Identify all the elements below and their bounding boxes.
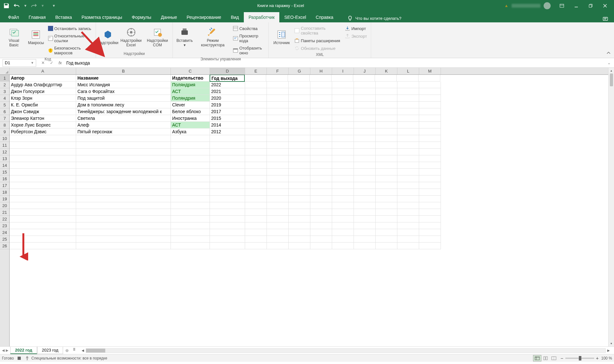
cell-D4[interactable]: 2020 [210,95,245,102]
cell-M18[interactable] [419,189,441,196]
cell-C9[interactable]: Азбука [171,128,210,135]
cell-H17[interactable] [310,182,332,189]
page-break-view-icon[interactable] [550,355,558,361]
cell-M23[interactable] [419,222,441,229]
xml-source-button[interactable]: Источник [271,24,292,51]
cell-M8[interactable] [419,122,441,128]
avatar[interactable] [544,2,551,9]
cell-F15[interactable] [267,169,289,175]
cell-E6[interactable] [245,108,267,115]
cell-L2[interactable] [397,81,419,88]
cell-A16[interactable] [10,175,76,182]
cell-L17[interactable] [397,182,419,189]
cell-B25[interactable] [76,236,171,243]
cell-I19[interactable] [332,196,354,202]
row-header-24[interactable]: 24 [0,229,9,236]
zoom-thumb[interactable] [579,356,581,360]
cell-M7[interactable] [419,115,441,122]
show-window-button[interactable]: Отобразить окно [232,45,266,56]
cell-G8[interactable] [289,122,310,128]
cell-M13[interactable] [419,155,441,162]
cell-D1[interactable]: Год выхода [210,75,245,82]
cell-H11[interactable] [310,142,332,149]
cell-K10[interactable] [376,135,397,142]
cell-E20[interactable] [245,202,267,209]
cell-L26[interactable] [397,243,419,249]
addins-button[interactable]: Надстройки [99,24,117,51]
cell-E3[interactable] [245,88,267,95]
scroll-right-icon[interactable]: ▶ [606,349,611,352]
maximize-icon[interactable] [584,1,597,11]
cell-F22[interactable] [267,216,289,222]
row-header-8[interactable]: 8 [0,122,9,128]
add-sheet-button[interactable]: ⊕ [63,347,71,354]
cell-E8[interactable] [245,122,267,128]
cell-B5[interactable]: Дом в тополином лесу [76,102,171,108]
tell-me-search[interactable]: Что вы хотите сделать? [345,14,404,22]
row-header-6[interactable]: 6 [0,108,9,115]
expand-formula-icon[interactable]: ⌄ [604,60,614,65]
cell-D2[interactable]: 2022 [210,81,245,88]
cell-K1[interactable] [375,75,397,81]
cell-M12[interactable] [419,149,441,155]
cell-M14[interactable] [419,162,441,169]
cell-M17[interactable] [419,182,441,189]
cell-I14[interactable] [332,162,354,169]
cell-L12[interactable] [397,149,419,155]
cell-I16[interactable] [332,175,354,182]
col-header-M[interactable]: M [419,68,441,74]
cell-L14[interactable] [397,162,419,169]
cell-E23[interactable] [245,222,267,229]
cell-B21[interactable] [76,209,171,216]
cell-H16[interactable] [310,175,332,182]
cell-A9[interactable]: Робертсон Дэвис [10,128,76,135]
cell-F8[interactable] [267,122,289,128]
cell-B18[interactable] [76,189,171,196]
tab-layout[interactable]: Разметка страницы [77,12,127,22]
cell-M20[interactable] [419,202,441,209]
cell-F26[interactable] [267,243,289,249]
cell-C24[interactable] [171,229,210,236]
sheet-tab-2022[interactable]: 2022 год [10,347,37,354]
cell-K14[interactable] [376,162,397,169]
cell-J2[interactable] [354,81,376,88]
cell-F4[interactable] [267,95,289,102]
cell-L23[interactable] [397,222,419,229]
sheet-tab-2023[interactable]: 2023 год [37,347,63,354]
cell-M19[interactable] [419,196,441,202]
cell-H10[interactable] [310,135,332,142]
cell-G17[interactable] [289,182,310,189]
cell-J5[interactable] [354,102,376,108]
cell-L3[interactable] [397,88,419,95]
tab-seo[interactable]: SEO-Excel [279,12,311,22]
cell-G21[interactable] [289,209,310,216]
cell-C5[interactable]: Clever [171,102,210,108]
cell-A13[interactable] [10,155,76,162]
cell-J13[interactable] [354,155,376,162]
cell-K5[interactable] [376,102,397,108]
cell-H9[interactable] [310,128,332,135]
macro-record-indicator-icon[interactable] [18,357,21,360]
cell-J7[interactable] [354,115,376,122]
macro-security-button[interactable]: !Безопасность макросов [47,45,93,56]
cell-A15[interactable] [10,169,76,175]
cell-G2[interactable] [289,81,310,88]
cell-L8[interactable] [397,122,419,128]
cell-H26[interactable] [310,243,332,249]
cell-A26[interactable] [10,243,76,249]
cell-D21[interactable] [210,209,245,216]
cell-M10[interactable] [419,135,441,142]
cell-L21[interactable] [397,209,419,216]
scroll-thumb[interactable] [610,74,613,86]
cell-E25[interactable] [245,236,267,243]
cell-H22[interactable] [310,216,332,222]
cell-M4[interactable] [419,95,441,102]
cell-B7[interactable]: Светила [76,115,171,122]
com-addins-button[interactable]: Надстройки COM [145,24,170,51]
cell-J15[interactable] [354,169,376,175]
cell-G5[interactable] [289,102,310,108]
cell-K9[interactable] [376,128,397,135]
cell-C10[interactable] [171,135,210,142]
cell-A4[interactable]: Клэр Зорн [10,95,76,102]
cell-C11[interactable] [171,142,210,149]
